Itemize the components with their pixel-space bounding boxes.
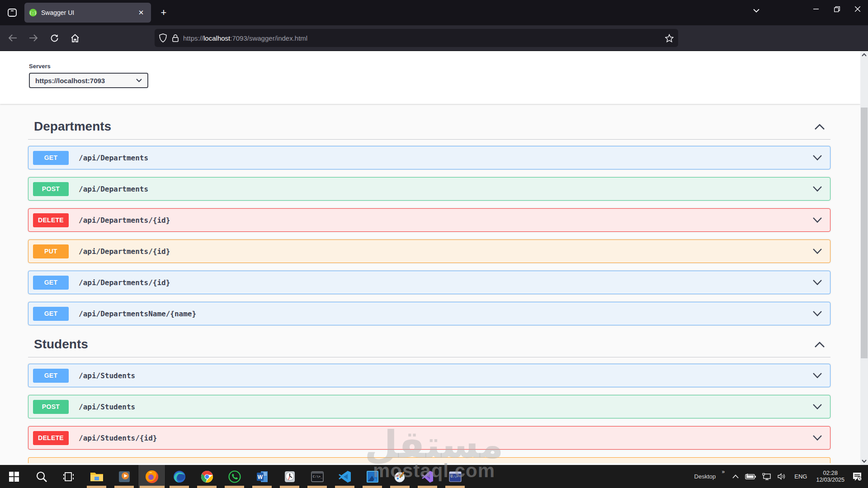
expand-chevron-down-icon[interactable]: [813, 404, 822, 409]
scrollbar-thumb[interactable]: [861, 108, 868, 358]
expand-chevron-down-icon[interactable]: [813, 373, 822, 378]
action-center-icon[interactable]: [852, 472, 862, 481]
running-indicator: [363, 486, 382, 488]
forward-icon[interactable]: [25, 30, 42, 46]
running-indicator: [280, 486, 299, 488]
file-explorer-icon[interactable]: [83, 465, 110, 488]
endpoint-row[interactable]: GET /api/DepartmentsName/{name}: [28, 302, 830, 325]
home-icon[interactable]: [67, 30, 83, 46]
scroll-down-icon[interactable]: [860, 457, 868, 465]
expand-chevron-down-icon[interactable]: [813, 249, 822, 254]
visual-studio-icon[interactable]: [414, 465, 441, 488]
method-badge: DELETE: [33, 213, 69, 227]
method-badge: GET: [33, 369, 69, 383]
browser-tab[interactable]: {:} Swagger UI ✕: [24, 3, 151, 23]
tracking-shield-icon[interactable]: [159, 33, 167, 42]
battery-icon[interactable]: [745, 474, 756, 479]
endpoint-row[interactable]: POST /api/Students: [28, 395, 830, 418]
clock-app-icon[interactable]: [276, 465, 303, 488]
collapse-chevron-up-icon[interactable]: [815, 342, 825, 347]
running-indicator: [307, 486, 327, 488]
expand-chevron-down-icon[interactable]: [813, 311, 822, 316]
endpoint-path: /api/Students: [79, 371, 813, 380]
section-title: Students: [34, 337, 88, 352]
browser-nav-bar: https://localhost:7093/swagger/index.htm…: [0, 25, 868, 51]
endpoint-row[interactable]: POST /api/Departments: [28, 177, 830, 201]
paint-icon[interactable]: [386, 465, 414, 488]
url-bar[interactable]: https://localhost:7093/swagger/index.htm…: [155, 29, 678, 47]
whatsapp-icon[interactable]: [221, 465, 248, 488]
endpoint-row[interactable]: DELETE /api/Students/{id}: [28, 426, 830, 450]
endpoint-row[interactable]: DELETE /api/Departments/{id}: [28, 208, 830, 232]
method-badge: POST: [33, 182, 69, 196]
terminal-icon[interactable]: C:\>_: [303, 465, 331, 488]
reload-icon[interactable]: [46, 30, 62, 46]
endpoint-path: /api/Students/{id}: [79, 434, 813, 442]
method-badge: GET: [33, 151, 69, 165]
edge-icon[interactable]: [165, 465, 193, 488]
scrollbar[interactable]: [860, 51, 868, 465]
section-title: Departments: [34, 119, 111, 134]
section-header-departments[interactable]: Departments: [28, 119, 830, 140]
command-prompt-icon[interactable]: C:\>: [441, 465, 469, 488]
back-icon[interactable]: [5, 30, 21, 46]
running-indicator: [445, 486, 465, 488]
close-window-button[interactable]: [847, 0, 868, 18]
network-icon[interactable]: [762, 473, 771, 480]
chevron-right-icon: »: [722, 469, 724, 475]
expand-chevron-down-icon[interactable]: [813, 435, 822, 441]
expand-chevron-down-icon[interactable]: [813, 186, 822, 192]
search-icon[interactable]: [28, 465, 55, 488]
endpoint-row-partial[interactable]: [28, 457, 830, 463]
expand-chevron-down-icon[interactable]: [813, 217, 822, 223]
media-player-icon[interactable]: [110, 465, 138, 488]
desktop-peek-button[interactable]: Desktop »: [694, 473, 723, 480]
photos-icon[interactable]: [359, 465, 386, 488]
endpoint-row[interactable]: PUT /api/Departments/{id}: [28, 239, 830, 263]
api-wrapper: Departments GET /api/Departments POST /a…: [28, 119, 830, 463]
bookmark-star-icon[interactable]: [665, 34, 674, 42]
endpoint-path: /api/Students: [79, 403, 813, 411]
url-text[interactable]: https://localhost:7093/swagger/index.htm…: [183, 34, 665, 42]
running-indicator: [418, 486, 437, 488]
list-tabs-chevron-icon[interactable]: [749, 4, 764, 17]
endpoint-row[interactable]: GET /api/Students: [28, 364, 830, 387]
new-tab-button[interactable]: +: [156, 5, 171, 20]
taskbar: W C:\>_: [0, 465, 868, 488]
firefox-icon[interactable]: [138, 465, 165, 488]
servers-label: Servers: [29, 63, 860, 70]
running-indicator: [140, 486, 165, 488]
taskbar-icons: W C:\>_: [0, 465, 469, 488]
language-indicator[interactable]: ENG: [794, 473, 807, 480]
method-badge: POST: [33, 400, 69, 414]
endpoint-row[interactable]: GET /api/Departments/{id}: [28, 271, 830, 294]
collapse-chevron-up-icon[interactable]: [815, 124, 825, 130]
tab-close-icon[interactable]: ✕: [136, 7, 146, 18]
word-icon[interactable]: W: [248, 465, 276, 488]
browser-tab-bar: {:} Swagger UI ✕ +: [0, 0, 868, 25]
screen: {:} Swagger UI ✕ + https://l: [0, 0, 868, 488]
expand-chevron-down-icon[interactable]: [813, 280, 822, 285]
clock-date: 12/03/2025: [816, 477, 844, 484]
taskbar-clock[interactable]: 02:28 12/03/2025: [816, 469, 844, 484]
chrome-icon[interactable]: [193, 465, 221, 488]
volume-icon[interactable]: [778, 473, 787, 480]
method-badge: GET: [33, 276, 69, 290]
task-view-icon[interactable]: [55, 465, 83, 488]
start-icon[interactable]: [0, 465, 28, 488]
svg-text:C:\>_: C:\>_: [313, 475, 323, 479]
minimize-button[interactable]: [806, 0, 826, 18]
restore-button[interactable]: [826, 0, 847, 18]
hidden-icons-chevron-icon[interactable]: [732, 474, 739, 479]
server-select[interactable]: https://localhost:7093: [29, 73, 148, 88]
scroll-up-icon[interactable]: [860, 51, 868, 59]
svg-text:W: W: [257, 474, 263, 480]
method-badge: GET: [33, 307, 69, 321]
method-badge: PUT: [33, 244, 69, 258]
lock-icon[interactable]: [172, 34, 179, 42]
endpoint-row[interactable]: GET /api/Departments: [28, 146, 830, 169]
vscode-icon[interactable]: [331, 465, 359, 488]
firefox-view-icon[interactable]: [5, 5, 20, 20]
expand-chevron-down-icon[interactable]: [813, 155, 822, 160]
section-header-students[interactable]: Students: [28, 337, 830, 357]
